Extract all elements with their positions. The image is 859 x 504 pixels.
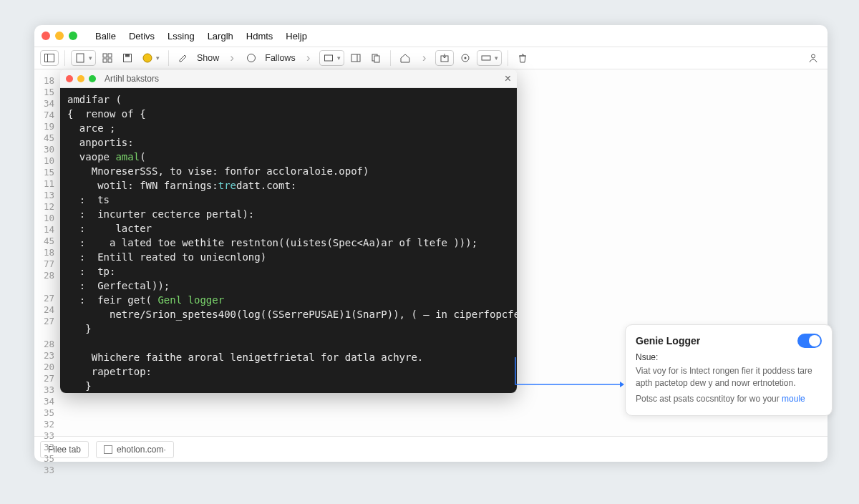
menu-item[interactable]: Lssing	[168, 31, 195, 42]
chevron-right-icon	[301, 50, 316, 66]
svg-rect-2	[77, 54, 84, 62]
svg-rect-11	[324, 55, 332, 61]
edit-icon[interactable]	[175, 50, 192, 66]
card-hint: Potsc ast psats cocsntitoy for wo your m…	[636, 393, 822, 405]
titlebar: Balle Detivs Lssing Larglh Hdmts Heljp	[34, 25, 828, 47]
zoom-window-icon[interactable]	[69, 32, 77, 40]
status-tab-label: ehotlon.com·	[117, 445, 166, 455]
show-button[interactable]: Show	[195, 50, 221, 66]
svg-point-18	[464, 57, 466, 59]
trash-icon[interactable]	[514, 50, 531, 66]
svg-rect-19	[482, 56, 490, 60]
line-number-gutter: 1815347419453010151113121014451877282724…	[34, 69, 59, 406]
connector-line	[514, 356, 629, 399]
svg-rect-6	[108, 59, 112, 62]
menu-item[interactable]: Hdmts	[246, 31, 273, 42]
status-bar: Filee tab ehotlon.com·	[34, 436, 828, 462]
menu-item[interactable]: Balle	[95, 31, 116, 42]
status-dropdown[interactable]	[139, 50, 162, 66]
close-icon[interactable]	[66, 75, 73, 82]
panel-icon[interactable]	[347, 50, 364, 66]
minimize-window-icon[interactable]	[55, 32, 64, 40]
chevron-right-icon	[417, 50, 432, 66]
target-icon[interactable]	[457, 50, 474, 66]
svg-rect-0	[45, 54, 54, 62]
user-icon[interactable]	[805, 50, 822, 66]
layout-icon[interactable]	[40, 50, 59, 66]
card-dropdown[interactable]	[319, 50, 344, 66]
svg-rect-12	[351, 54, 360, 62]
editor-title: Artihl bakstors	[105, 74, 159, 84]
editor-header: Artihl bakstors ×	[60, 69, 517, 88]
card-link[interactable]: moule	[782, 394, 805, 404]
svg-rect-4	[108, 54, 112, 57]
fallows-button[interactable]: Fallows	[263, 50, 297, 66]
row-dropdown[interactable]	[477, 50, 502, 66]
code-editor-panel: Artihl bakstors × amdifar ( { renow of {…	[60, 69, 517, 393]
svg-rect-3	[103, 54, 107, 57]
home-icon[interactable]	[397, 50, 414, 66]
menu-item[interactable]: Detivs	[129, 31, 155, 42]
svg-point-9	[143, 54, 152, 62]
svg-rect-8	[125, 54, 130, 57]
card-title-text: Genie Logger	[636, 335, 700, 346]
svg-point-10	[248, 54, 256, 62]
minimize-icon[interactable]	[77, 75, 84, 82]
menu-item[interactable]: Larglh	[208, 31, 233, 42]
code-area[interactable]: amdifar ( { renow of { arce ; anportis: …	[60, 88, 517, 393]
status-tab[interactable]: ehotlon.com·	[96, 441, 174, 458]
close-x-icon[interactable]: ×	[505, 72, 511, 85]
zoom-icon[interactable]	[89, 75, 96, 82]
menu-item[interactable]: Heljp	[286, 31, 307, 42]
card-title: Genie Logger ?	[636, 334, 822, 348]
circle-icon[interactable]	[243, 50, 260, 66]
toggle-switch[interactable]: ?	[797, 334, 822, 348]
app-window: Balle Detivs Lssing Larglh Hdmts Heljp S…	[34, 25, 828, 462]
toolbar: Show Fallows	[34, 47, 828, 69]
svg-rect-15	[374, 56, 379, 62]
svg-point-20	[812, 54, 815, 58]
card-description: Viat voy for is lntect rongen fier it po…	[636, 365, 822, 390]
grid-icon[interactable]	[99, 50, 116, 66]
export-icon[interactable]	[435, 50, 454, 66]
close-window-icon[interactable]	[42, 32, 50, 40]
menu-bar: Balle Detivs Lssing Larglh Hdmts Heljp	[95, 31, 307, 42]
card-hint-text: Potsc ast psats cocsntitoy for wo your	[636, 394, 782, 404]
svg-rect-5	[103, 59, 107, 62]
save-icon[interactable]	[119, 50, 136, 66]
doc-icon	[104, 445, 112, 454]
genie-logger-card: Genie Logger ? Nsue: Viat voy for is lnt…	[625, 324, 833, 416]
card-label: Nsue:	[636, 352, 822, 362]
page-dropdown[interactable]	[71, 50, 96, 66]
editor-surface: 1815347419453010151113121014451877282724…	[34, 69, 828, 436]
chevron-right-icon	[224, 50, 240, 66]
copy-icon[interactable]	[367, 50, 384, 66]
